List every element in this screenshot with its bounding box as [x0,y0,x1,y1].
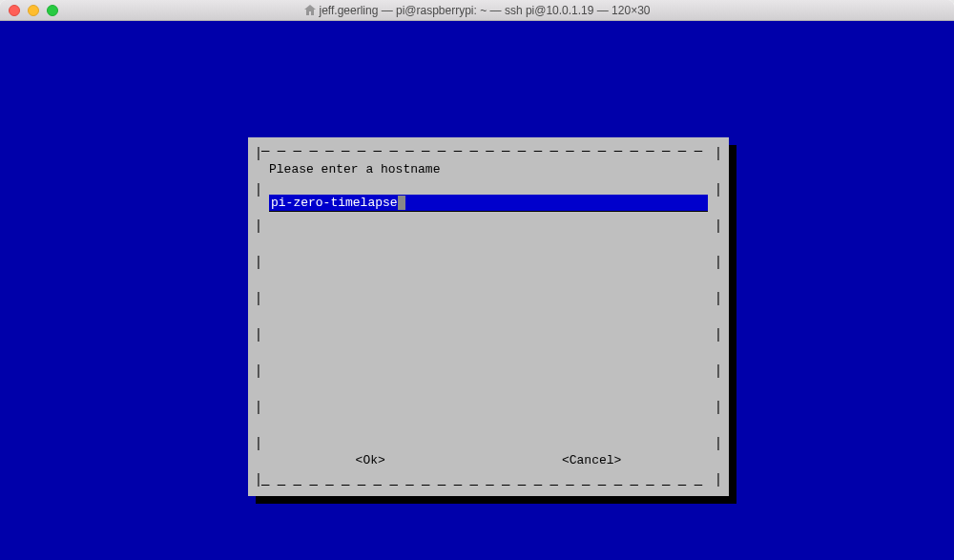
terminal-area: | | | | | | | | | | | | | | | | [0,21,954,560]
window-title-wrap: jeff.geerling — pi@raspberrypi: ~ — ssh … [0,4,954,17]
button-row: <Ok> <Cancel> [267,453,710,467]
prompt-label: Please enter a hostname [269,162,440,176]
terminal-inner[interactable]: | | | | | | | | | | | | | | | | [6,27,948,554]
ok-button[interactable]: <Ok> [356,453,385,467]
cancel-button[interactable]: <Cancel> [562,453,621,467]
window-title: jeff.geerling — pi@raspberrypi: ~ — ssh … [320,4,651,17]
close-icon[interactable] [9,5,20,16]
traffic-lights [0,5,58,16]
border-left: | | | | | | | | | | [254,145,263,488]
minimize-icon[interactable] [28,5,39,16]
cursor-icon [398,196,405,210]
hostname-input-value: pi-zero-timelapse [269,196,398,210]
border-right: | | | | | | | | | | [714,145,723,488]
home-icon [304,5,316,15]
maximize-icon[interactable] [47,5,58,16]
dialog-content: Please enter a hostname pi-zero-timelaps… [267,156,710,477]
input-underline [269,211,708,212]
border-bottom: — — — — — — — — — — — — — — — — — — — — … [261,477,716,490]
hostname-dialog: | | | | | | | | | | | | | | | | [248,137,729,496]
titlebar[interactable]: jeff.geerling — pi@raspberrypi: ~ — ssh … [0,0,954,21]
terminal-window: jeff.geerling — pi@raspberrypi: ~ — ssh … [0,0,954,560]
hostname-input[interactable]: pi-zero-timelapse [269,195,708,211]
border-top: — — — — — — — — — — — — — — — — — — — — … [261,143,716,156]
